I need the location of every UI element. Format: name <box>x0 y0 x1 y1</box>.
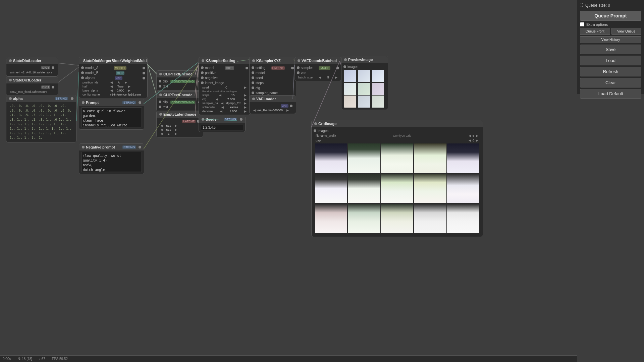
prompt-textarea[interactable]: a cute girl in flower garden, clear face… <box>81 107 142 127</box>
status-time: 0.00s <box>3 357 11 361</box>
dict-output: DICT <box>8 85 56 89</box>
node-header: CLIPTextEncode <box>157 71 203 77</box>
preview-images <box>343 69 386 108</box>
alpha-node: alpha STRING .0, .0, .0, .0, .0, .0, .0,… <box>6 95 76 142</box>
queue-size-row: ⠿ Queue size: 0 <box>580 3 641 8</box>
node-header: StateDictLoader <box>6 57 58 64</box>
node-header: Prompt STRING <box>79 99 144 106</box>
node-header: GridImage <box>312 120 483 127</box>
svg-line-4 <box>148 64 156 95</box>
status-zoom: z:67 <box>39 357 45 361</box>
small-btn-row: Queue Front View Queue <box>580 28 641 35</box>
grid-images <box>314 143 481 234</box>
state-dict-merger-node: StateDictMergerBlockWeightedMulti model_… <box>79 57 148 98</box>
status-bar: 0.00s N: 18 [18] z:67 FPS:59.52 <box>0 355 577 362</box>
seeds-input[interactable] <box>201 125 243 130</box>
node-header: StateDictLoader <box>6 77 58 83</box>
node-header: PreviewImage <box>341 56 388 63</box>
svg-line-1 <box>58 67 79 82</box>
svg-line-0 <box>58 63 79 65</box>
node-header: StateDictMergerBlockWeightedMulti <box>79 57 147 64</box>
save-button[interactable]: Save <box>580 45 641 54</box>
node-header: KSamplerSetting <box>199 57 250 64</box>
queue-prompt-button[interactable]: Queue Prompt <box>580 11 641 21</box>
refresh-button[interactable]: Refresh <box>580 67 641 76</box>
node-header: VAELoader <box>250 96 296 102</box>
extra-options-row: Extra options <box>580 22 641 26</box>
load-button[interactable]: Load <box>580 56 641 65</box>
view-queue-button[interactable]: View Queue <box>611 28 642 35</box>
state-dict-loader-1-node: StateDictLoader DICT anime4_v2_A4fp16.sa… <box>6 57 58 76</box>
node-header: VAEDecodeBatched <box>295 57 341 64</box>
seeds-node: Seeds STRING <box>199 116 246 132</box>
grid-image-node: GridImage images filename_prefix ComfyUI… <box>311 120 483 237</box>
clear-button[interactable]: Clear <box>580 78 641 87</box>
status-node-count: N: 18 [18] <box>17 357 32 361</box>
node-header: Seeds STRING <box>199 116 245 123</box>
clip-text-encode-2-node: CLIPTextEncode clip CONDITIONING text <box>156 91 203 111</box>
node-header: KSamplerXYZ <box>250 57 296 64</box>
svg-line-2 <box>76 72 79 121</box>
negative-prompt-node: Negative prompt STRING (low quality, wor… <box>79 143 144 174</box>
right-panel: ⠿ Queue size: 0 Queue Prompt Extra optio… <box>577 0 644 94</box>
node-header: CLIPTextEncode <box>157 92 203 98</box>
preview-image-node: PreviewImage images <box>341 56 388 110</box>
canvas[interactable]: StateDictLoader DICT anime4_v2_A4fp16.sa… <box>0 0 644 362</box>
ksampler-setting-node: KSamplerSetting model DICT positive nega… <box>199 57 251 115</box>
empty-latent-image-node: EmptyLatentImage LATENT ◀ 512 ▶ ◀ 512 ▶ … <box>156 111 203 137</box>
prompt-node: Prompt STRING a cute girl in flower gard… <box>79 99 144 130</box>
node-header: Negative prompt STRING <box>79 144 144 150</box>
view-history-button[interactable]: View History <box>580 36 641 43</box>
negative-prompt-textarea[interactable]: (low quality, worst quality:1.4), nsfw, … <box>81 152 142 172</box>
status-fps: FPS:59.52 <box>52 357 68 361</box>
queue-front-button[interactable]: Queue Front <box>580 28 610 35</box>
vae-decode-batched-node: VAEDecodeBatched samples IMAGE vae batch… <box>294 57 341 81</box>
load-default-button[interactable]: Load Default <box>580 89 641 99</box>
svg-line-3 <box>148 64 156 74</box>
clip-text-encode-1-node: CLIPTextEncode clip CONDITIONING text <box>156 70 203 90</box>
node-header: alpha STRING <box>6 95 76 102</box>
queue-size-label: Queue size: 0 <box>585 3 610 8</box>
state-dict-loader-2-node: StateDictLoader DICT 8e62_mix_fixed.safe… <box>6 76 58 96</box>
vae-loader-node: VAELoader VAE ◀ vae_ft-ema-560000... ▶ <box>249 95 296 114</box>
node-header: EmptyLatentImage <box>157 111 203 118</box>
drag-handle: ⠿ <box>580 3 583 8</box>
extra-options-checkbox[interactable] <box>580 22 584 26</box>
dict-output: DICT <box>8 65 56 70</box>
